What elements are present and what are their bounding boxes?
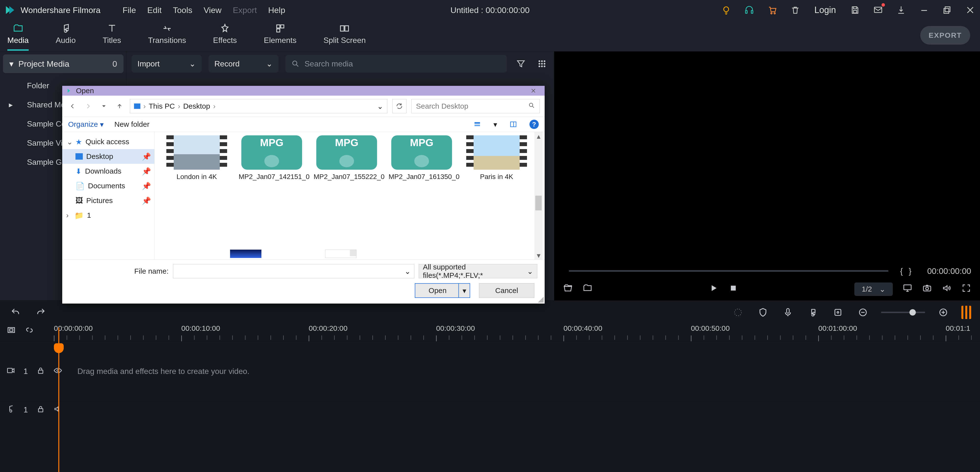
stop-button[interactable] — [729, 283, 738, 295]
headset-icon[interactable] — [744, 5, 755, 16]
menu-help[interactable]: Help — [268, 5, 285, 15]
login-button[interactable]: Login — [813, 5, 837, 15]
folder-icon[interactable] — [582, 283, 592, 295]
scroll-down-button[interactable]: ▾ — [535, 251, 542, 260]
tab-titles[interactable]: Titles — [103, 23, 121, 45]
fullscreen-icon[interactable] — [961, 283, 971, 295]
tree-downloads[interactable]: ⬇Downloads📌 — [62, 164, 154, 179]
open-split-dropdown[interactable]: ▾ — [458, 284, 470, 297]
brace-right[interactable]: } — [909, 266, 912, 276]
monitor-icon[interactable] — [902, 283, 912, 295]
breadcrumb[interactable]: › This PC › Desktop › ⌄ — [130, 99, 387, 113]
lock-icon[interactable] — [36, 405, 45, 415]
zoom-in-button[interactable] — [936, 306, 950, 319]
shield-icon[interactable] — [756, 306, 770, 319]
timeline-match-icon[interactable] — [6, 325, 16, 336]
scroll-up-button[interactable]: ▴ — [535, 132, 542, 140]
window-minimize-button[interactable] — [919, 5, 929, 16]
lock-icon[interactable] — [36, 366, 45, 377]
redo-button[interactable] — [34, 306, 48, 319]
nav-back-button[interactable] — [67, 101, 78, 112]
filter-icon[interactable] — [514, 57, 528, 71]
tree-desktop[interactable]: Desktop📌 — [62, 149, 154, 164]
tab-elements[interactable]: Elements — [264, 23, 296, 45]
view-mode-button[interactable] — [472, 120, 483, 129]
download-icon[interactable] — [896, 5, 907, 16]
tree-folder-1[interactable]: ›📁1 — [62, 208, 154, 223]
menu-tools[interactable]: Tools — [173, 5, 192, 15]
timeline-link-icon[interactable] — [24, 325, 34, 336]
dialog-search-input[interactable]: Search Desktop — [411, 99, 540, 113]
folder-open-icon[interactable] — [563, 283, 573, 295]
marker-icon[interactable] — [831, 306, 845, 319]
camera-snapshot-icon[interactable] — [922, 283, 932, 295]
menu-export[interactable]: Export — [233, 5, 257, 15]
crumb-desktop[interactable]: Desktop — [183, 102, 210, 110]
dialog-close-button[interactable] — [527, 87, 540, 94]
menu-view[interactable]: View — [204, 5, 221, 15]
volume-icon[interactable] — [942, 283, 951, 295]
cart-icon[interactable] — [767, 5, 778, 16]
trash-icon[interactable] — [790, 5, 801, 16]
nav-forward-button[interactable] — [83, 101, 94, 112]
file-item[interactable]: London in 4K — [161, 136, 232, 181]
cancel-button[interactable]: Cancel — [479, 283, 535, 298]
tab-effects[interactable]: Effects — [213, 23, 237, 45]
help-button[interactable]: ? — [530, 120, 539, 129]
import-dropdown[interactable]: Import⌄ — [132, 55, 202, 73]
mic-icon[interactable] — [781, 306, 795, 319]
menu-file[interactable]: File — [123, 5, 136, 15]
tree-pictures[interactable]: 🖼Pictures📌 — [62, 193, 154, 208]
zoom-out-button[interactable] — [856, 306, 870, 319]
export-button[interactable]: EXPORT — [920, 26, 970, 45]
project-media-header[interactable]: ▾ Project Media 0 — [3, 54, 124, 73]
music-note-icon[interactable] — [806, 306, 820, 319]
nav-recent-dropdown[interactable] — [99, 101, 109, 112]
file-item[interactable]: Paris in 4K — [461, 136, 532, 181]
undo-button[interactable] — [9, 306, 22, 319]
grid-view-icon[interactable] — [535, 57, 549, 71]
resize-grip-icon[interactable] — [538, 297, 544, 303]
message-icon[interactable] — [873, 5, 883, 16]
new-folder-button[interactable]: New folder — [115, 120, 150, 129]
file-item[interactable]: MPGMP2_Jan07_142151_0 — [236, 136, 307, 181]
file-filter-dropdown[interactable]: All supported files(*.MP4;*.FLV;*⌄ — [419, 264, 537, 278]
menu-edit[interactable]: Edit — [147, 5, 162, 15]
dialog-titlebar[interactable]: Open — [62, 86, 545, 96]
scroll-thumb[interactable] — [535, 196, 542, 210]
tab-media[interactable]: Media — [7, 23, 29, 51]
timeline-ruler[interactable]: 00:00:00:0000:00:10:0000:00:20:0000:00:3… — [0, 324, 980, 341]
save-icon[interactable] — [850, 5, 861, 16]
nav-up-button[interactable] — [114, 101, 125, 112]
zoom-fit-button[interactable] — [961, 306, 971, 319]
preview-pane-button[interactable] — [508, 120, 519, 129]
play-button[interactable] — [709, 283, 719, 295]
organize-menu[interactable]: Organize▾ — [68, 120, 103, 129]
refresh-button[interactable] — [392, 99, 406, 113]
tree-documents[interactable]: 📄Documents📌 — [62, 179, 154, 193]
lightbulb-icon[interactable] — [721, 5, 732, 16]
file-thumb-peek[interactable] — [325, 250, 356, 258]
chevron-down-icon[interactable]: ⌄ — [404, 267, 410, 276]
playhead[interactable] — [58, 328, 59, 472]
zoom-slider[interactable] — [881, 312, 925, 313]
open-button[interactable]: Open▾ — [415, 283, 470, 298]
search-media-input[interactable]: Search media — [285, 55, 507, 73]
video-track[interactable]: 1 Drag media and effects here to create … — [0, 341, 980, 401]
window-maximize-button[interactable] — [942, 5, 953, 16]
record-dropdown[interactable]: Record⌄ — [208, 55, 278, 73]
file-name-input[interactable]: ⌄ — [173, 264, 414, 278]
tab-split-screen[interactable]: Split Screen — [323, 23, 366, 45]
tab-audio[interactable]: Audio — [56, 23, 76, 45]
chevron-down-icon[interactable]: ⌄ — [377, 102, 383, 111]
file-item[interactable]: MPGMP2_Jan07_161350_0 — [386, 136, 457, 181]
file-thumb-peek[interactable] — [230, 250, 261, 258]
preview-scrubber[interactable] — [569, 270, 888, 272]
preview-scale-dropdown[interactable]: 1/2⌄ — [854, 282, 893, 296]
scrollbar[interactable]: ▴ ▾ — [535, 132, 542, 260]
audio-track[interactable]: 1 — [0, 401, 980, 418]
slider-knob[interactable] — [910, 309, 916, 316]
tree-quick-access[interactable]: ⌄★Quick access — [62, 134, 154, 149]
brace-left[interactable]: { — [900, 266, 903, 276]
tab-transitions[interactable]: Transitions — [148, 23, 186, 45]
